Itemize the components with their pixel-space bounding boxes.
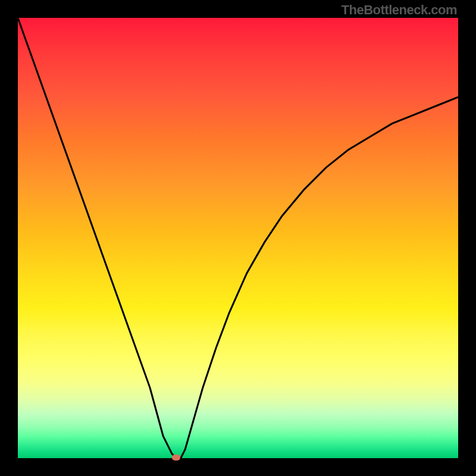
bottleneck-curve [18,18,458,458]
curve-line [18,18,458,458]
plot-area [18,18,458,458]
watermark-text: TheBottleneck.com [342,2,457,18]
optimal-marker [172,455,180,461]
